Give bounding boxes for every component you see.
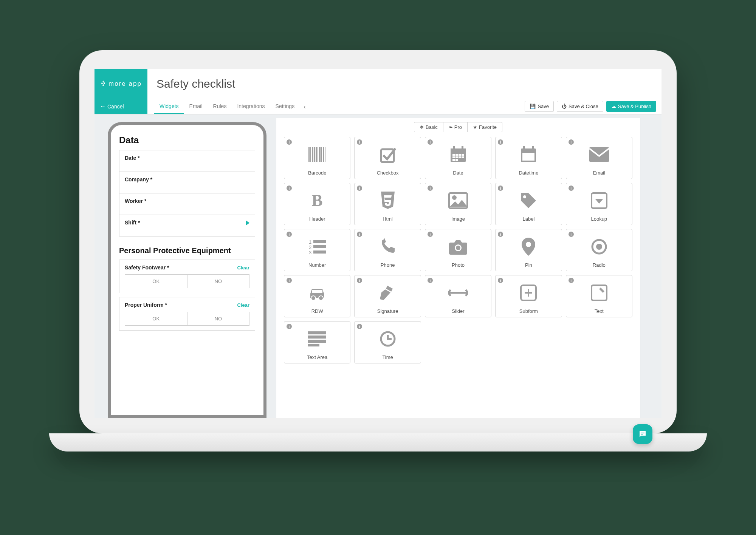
caret-right-icon xyxy=(246,220,249,226)
widget-time[interactable]: iTime xyxy=(354,321,421,363)
info-icon[interactable]: i xyxy=(498,278,503,283)
choice-ok[interactable]: OK xyxy=(125,312,187,326)
svg-rect-28 xyxy=(522,153,534,161)
info-icon[interactable]: i xyxy=(287,278,292,283)
svg-point-47 xyxy=(319,296,323,300)
info-icon[interactable]: i xyxy=(428,139,433,145)
field-date[interactable]: Date * xyxy=(119,150,255,172)
svg-rect-8 xyxy=(323,147,324,162)
info-icon[interactable]: i xyxy=(287,139,292,145)
info-icon[interactable]: i xyxy=(357,278,362,283)
filter-pro[interactable]: ❧ Pro xyxy=(443,122,468,132)
cancel-button[interactable]: ← Cancel xyxy=(94,99,147,114)
info-icon[interactable]: i xyxy=(498,232,503,237)
choice-no[interactable]: NO xyxy=(187,312,250,326)
tabs-chevron-left-icon[interactable]: ‹ xyxy=(300,104,309,114)
svg-rect-24 xyxy=(455,159,458,161)
chat-fab[interactable] xyxy=(633,424,652,444)
filter-favorite[interactable]: ★ Favorite xyxy=(468,122,502,132)
clear-button[interactable]: Clear xyxy=(237,265,249,271)
svg-rect-17 xyxy=(459,154,461,156)
widget-signature[interactable]: iSignature xyxy=(354,275,421,317)
cloud-icon: ☁ xyxy=(611,104,616,109)
widget-email[interactable]: iEmail xyxy=(566,137,632,179)
info-icon[interactable]: i xyxy=(287,232,292,237)
save-button[interactable]: 💾 Save xyxy=(525,101,554,112)
svg-rect-54 xyxy=(308,344,319,346)
info-icon[interactable]: i xyxy=(357,324,362,329)
svg-rect-3 xyxy=(314,147,315,162)
info-icon[interactable]: i xyxy=(428,186,433,191)
widget-rdw[interactable]: iRDW xyxy=(284,275,350,317)
filter-basic-label: Basic xyxy=(426,124,438,130)
widget-subform[interactable]: iSubform xyxy=(495,275,562,317)
info-icon[interactable]: i xyxy=(357,139,362,145)
save-label: Save xyxy=(538,104,549,109)
tab-widgets[interactable]: Widgets xyxy=(154,103,184,114)
widget-photo[interactable]: iPhoto xyxy=(425,229,491,271)
clear-button[interactable]: Clear xyxy=(237,302,249,308)
widget-pin[interactable]: iPin xyxy=(495,229,562,271)
info-icon[interactable]: i xyxy=(498,139,503,145)
widget-image[interactable]: iImage xyxy=(425,183,491,225)
lookup-icon xyxy=(591,186,607,215)
widget-label: Header xyxy=(309,216,325,222)
widget-barcode[interactable]: iBarcode xyxy=(284,137,350,179)
info-icon[interactable]: i xyxy=(357,232,362,237)
tab-email[interactable]: Email xyxy=(184,103,208,114)
widget-slider[interactable]: iSlider xyxy=(425,275,491,317)
field-worker[interactable]: Worker * xyxy=(119,193,255,215)
widget-number[interactable]: i123Number xyxy=(284,229,350,271)
widget-textarea[interactable]: iText Area xyxy=(284,321,350,363)
info-icon[interactable]: i xyxy=(569,232,574,237)
info-icon[interactable]: i xyxy=(569,186,574,191)
datetime-icon xyxy=(519,140,538,169)
save-close-label: Save & Close xyxy=(569,104,598,109)
info-icon[interactable]: i xyxy=(569,139,574,145)
widget-lookup[interactable]: iLookup xyxy=(566,183,632,225)
tab-integrations[interactable]: Integrations xyxy=(232,103,270,114)
svg-rect-4 xyxy=(316,147,317,162)
save-publish-button[interactable]: ☁ Save & Publish xyxy=(606,101,656,112)
widget-phone[interactable]: iPhone xyxy=(354,229,421,271)
widget-label[interactable]: iLabel xyxy=(495,183,562,225)
barcode-icon xyxy=(308,140,327,169)
widget-text[interactable]: iText xyxy=(566,275,632,317)
widget-header[interactable]: iBHeader xyxy=(284,183,350,225)
info-icon[interactable]: i xyxy=(428,232,433,237)
filter-basic[interactable]: ❖ Basic xyxy=(414,122,443,132)
tab-settings[interactable]: Settings xyxy=(270,103,300,114)
widget-label: Text xyxy=(595,308,604,314)
widget-label: Label xyxy=(522,216,534,222)
choice-ok[interactable]: OK xyxy=(125,274,187,288)
widget-label: Number xyxy=(308,262,326,268)
info-icon[interactable]: i xyxy=(498,186,503,191)
info-icon[interactable]: i xyxy=(428,278,433,283)
question-safety-footwear: Safety Footwear * Clear OK NO xyxy=(119,260,255,293)
field-shift[interactable]: Shift * xyxy=(119,215,255,237)
arrow-left-icon: ← xyxy=(100,103,106,110)
slider-icon xyxy=(448,278,468,307)
widget-datetime[interactable]: iDatetime xyxy=(495,137,562,179)
widget-label: Radio xyxy=(593,262,606,268)
textarea-icon xyxy=(308,325,326,353)
text-icon xyxy=(591,278,607,307)
save-publish-label: Save & Publish xyxy=(618,104,651,109)
choice-no[interactable]: NO xyxy=(187,274,250,288)
save-close-button[interactable]: ⏻ Save & Close xyxy=(557,101,603,112)
widget-date[interactable]: iDate xyxy=(425,137,491,179)
widget-html[interactable]: iHtml xyxy=(354,183,421,225)
tab-rules[interactable]: Rules xyxy=(208,103,232,114)
svg-point-45 xyxy=(596,244,602,250)
widget-label: Barcode xyxy=(308,170,326,176)
info-icon[interactable]: i xyxy=(357,186,362,191)
field-company[interactable]: Company * xyxy=(119,172,255,193)
info-icon[interactable]: i xyxy=(569,278,574,283)
q1-label: Safety Footwear * xyxy=(125,264,169,271)
widget-checkbox[interactable]: iCheckbox xyxy=(354,137,421,179)
svg-rect-13 xyxy=(453,146,455,150)
info-icon[interactable]: i xyxy=(287,186,292,191)
info-icon[interactable]: i xyxy=(287,324,292,329)
widget-radio[interactable]: iRadio xyxy=(566,229,632,271)
svg-rect-15 xyxy=(452,154,455,156)
